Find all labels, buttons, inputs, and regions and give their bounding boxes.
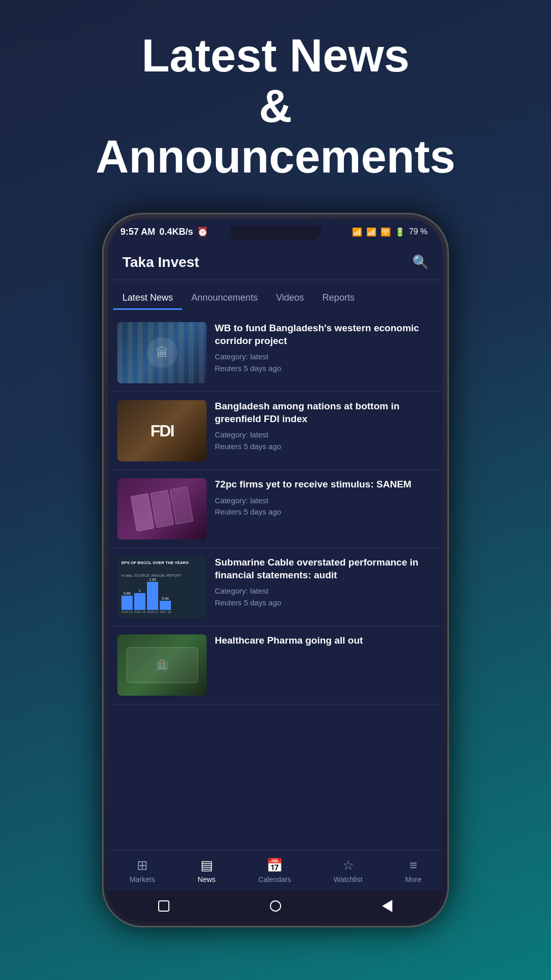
phone-screen: 9:57 AM 0.4KB/s ⏰ 📶 📶 🛜 🔋 79 % Taka Inve…	[108, 219, 443, 921]
news-content-1: WB to fund Bangladesh's western economic…	[215, 322, 434, 374]
news-meta-2: Category: latest Reuters 5 days ago	[215, 429, 434, 452]
tab-latest-news[interactable]: Latest News	[113, 287, 182, 310]
status-right: 📶 📶 🛜 🔋 79 %	[352, 227, 428, 237]
news-headline-5: Healthcare Pharma going all out	[215, 634, 434, 647]
news-meta-4: Category: latest Reuters 5 days ago	[215, 585, 434, 608]
app-bar: Taka Invest 🔍	[108, 244, 443, 280]
news-thumbnail-5: 🏥	[117, 634, 207, 696]
news-thumbnail-1: 🏛	[117, 322, 207, 383]
hero-title: Latest News & Announcements	[95, 31, 455, 182]
android-nav-bar	[108, 891, 443, 921]
news-content-3: 72pc firms yet to receive stimulus: SANE…	[215, 478, 434, 518]
bottom-nav: ⊞ Markets ▤ News 📅 Calendars ☆ Watchlist…	[108, 850, 443, 891]
nav-news-label: News	[198, 875, 216, 884]
news-meta-1: Category: latest Reuters 5 days ago	[215, 351, 434, 374]
status-left: 9:57 AM 0.4KB/s ⏰	[120, 226, 208, 237]
news-content-5: Healthcare Pharma going all out	[215, 634, 434, 647]
news-item[interactable]: 🏛 WB to fund Bangladesh's western econom…	[108, 314, 443, 392]
nav-more-label: More	[405, 875, 421, 884]
status-data-speed: 0.4KB/s	[159, 227, 193, 237]
nav-calendars[interactable]: 📅 Calendars	[258, 857, 291, 884]
news-item[interactable]: EPS OF BSCCL OVER THE YEARS In taka, SOU…	[108, 548, 443, 626]
news-headline-4: Submarine Cable overstated performance i…	[215, 556, 434, 581]
hero-section: Latest News & Announcements	[75, 0, 475, 203]
tab-videos[interactable]: Videos	[267, 287, 313, 310]
markets-icon: ⊞	[137, 857, 148, 873]
news-headline-2: Bangladesh among nations at bottom in gr…	[215, 400, 434, 425]
status-clock-icon: ⏰	[197, 226, 208, 237]
tabs-bar: Latest News Announcements Videos Reports	[108, 280, 443, 310]
nav-more[interactable]: ≡ More	[405, 857, 421, 884]
news-thumbnail-3	[117, 478, 207, 540]
news-content-2: Bangladesh among nations at bottom in gr…	[215, 400, 434, 452]
search-button[interactable]: 🔍	[412, 254, 429, 270]
news-headline-1: WB to fund Bangladesh's western economic…	[215, 322, 434, 347]
tab-reports[interactable]: Reports	[313, 287, 364, 310]
status-time: 9:57 AM	[120, 227, 155, 237]
nav-markets-label: Markets	[130, 875, 155, 884]
news-icon: ▤	[201, 857, 213, 873]
news-headline-3: 72pc firms yet to receive stimulus: SANE…	[215, 478, 434, 491]
watchlist-icon: ☆	[342, 857, 354, 873]
eps-chart: 0.86 2014-15 1 2015-16 1.93 2016-	[121, 585, 203, 614]
news-list: 🏛 WB to fund Bangladesh's western econom…	[108, 310, 443, 850]
signal-icon: 📶	[352, 227, 362, 237]
eps-bar-1	[121, 596, 133, 610]
eps-title: EPS OF BSCCL OVER THE YEARS	[121, 560, 203, 566]
eps-subtitle: In taka, SOURCE: ANNUAL REPORT	[121, 574, 203, 577]
news-thumbnail-4: EPS OF BSCCL OVER THE YEARS In taka, SOU…	[117, 556, 207, 618]
news-item[interactable]: FDI Bangladesh among nations at bottom i…	[108, 392, 443, 470]
wifi-icon2: 🛜	[381, 227, 391, 237]
phone-mockup: 9:57 AM 0.4KB/s ⏰ 📶 📶 🛜 🔋 79 % Taka Inve…	[102, 213, 449, 927]
nav-calendars-label: Calendars	[258, 875, 291, 884]
eps-bar-3	[147, 582, 158, 610]
eps-bar-4	[160, 601, 171, 610]
news-thumbnail-2: FDI	[117, 400, 207, 461]
tab-announcements[interactable]: Announcements	[182, 287, 267, 310]
news-meta-3: Category: latest Reuters 5 days ago	[215, 495, 434, 518]
wifi-icon: 📶	[366, 227, 377, 237]
phone-notch	[230, 226, 321, 240]
news-content-4: Submarine Cable overstated performance i…	[215, 556, 434, 608]
android-back-btn[interactable]	[377, 896, 397, 916]
battery-icon: 🔋	[395, 227, 405, 237]
android-square-btn[interactable]	[154, 896, 174, 916]
nav-news[interactable]: ▤ News	[198, 857, 216, 884]
nav-markets[interactable]: ⊞ Markets	[130, 857, 155, 884]
app-title: Taka Invest	[122, 254, 199, 271]
battery-percentage: 79 %	[409, 227, 428, 236]
android-home-btn[interactable]	[265, 896, 286, 916]
nav-watchlist-label: Watchlist	[334, 875, 362, 884]
calendars-icon: 📅	[266, 857, 283, 873]
news-item[interactable]: 72pc firms yet to receive stimulus: SANE…	[108, 470, 443, 548]
eps-bar-2	[134, 593, 145, 610]
news-item[interactable]: 🏥 Healthcare Pharma going all out	[108, 626, 443, 704]
more-icon: ≡	[410, 857, 417, 873]
nav-watchlist[interactable]: ☆ Watchlist	[334, 857, 362, 884]
